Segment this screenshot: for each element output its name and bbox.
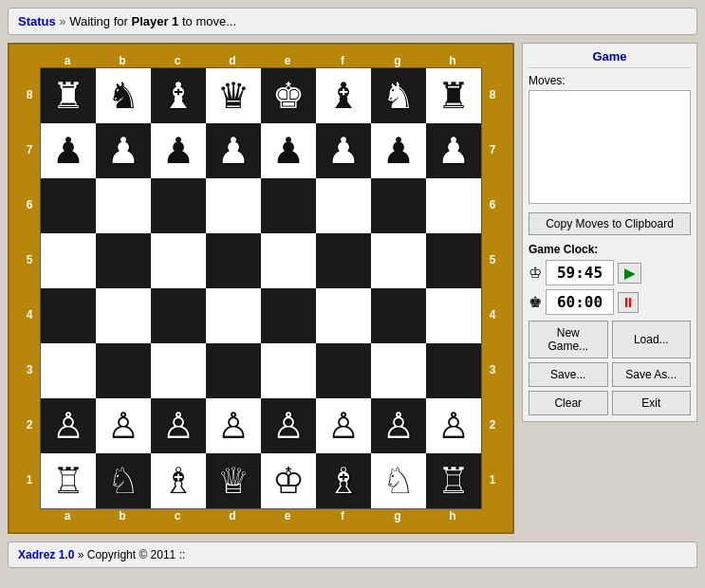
bottom-file-labels: a b c d e f g h [19,509,503,523]
rank-7-left: 7 [19,122,40,177]
cell-c7[interactable]: ♟ [151,123,206,178]
save-as-button[interactable]: Save As... [612,362,692,387]
cell-b8[interactable]: ♞ [96,68,151,123]
cell-c4[interactable] [151,288,206,343]
cell-a8[interactable]: ♜ [41,68,96,123]
cell-e1[interactable]: ♔ [261,453,316,508]
cell-h1[interactable]: ♖ [426,453,481,508]
file-label-b: b [95,54,150,67]
rank-7-right: 7 [482,122,503,177]
cell-e7[interactable]: ♟ [261,123,316,178]
cell-a6[interactable] [41,178,96,233]
cell-c8[interactable]: ♝ [151,68,206,123]
cell-e3[interactable] [261,343,316,398]
cell-e8[interactable]: ♚ [261,68,316,123]
cell-c1[interactable]: ♗ [151,453,206,508]
chess-board[interactable]: ♜ ♞ ♝ ♛ ♚ ♝ ♞ ♜ ♟ ♟ ♟ ♟ ♟ ♟ ♟ ♟ [40,67,482,509]
cell-d5[interactable] [206,233,261,288]
file-label-h-bot: h [425,509,480,523]
main-area: a b c d e f g h 8 7 6 5 4 3 2 1 [8,43,697,534]
cell-d2[interactable]: ♙ [206,398,261,453]
cell-h5[interactable] [426,233,481,288]
clock-icon-1: ♔ [529,264,542,282]
cell-c3[interactable] [151,343,206,398]
rank-6-left: 6 [19,177,40,232]
cell-f2[interactable]: ♙ [316,398,371,453]
cell-b1[interactable]: ♘ [96,453,151,508]
cell-b5[interactable] [96,233,151,288]
clock-icon-2: ♚ [529,293,542,311]
cell-g3[interactable] [371,343,426,398]
cell-b2[interactable]: ♙ [96,398,151,453]
copy-moves-button[interactable]: Copy Moves to Clipboard [529,212,691,235]
cell-h6[interactable] [426,178,481,233]
file-label-d: d [205,54,260,67]
exit-button[interactable]: Exit [612,391,692,415]
cell-b6[interactable] [96,178,151,233]
cell-h2[interactable]: ♙ [426,398,481,453]
save-button[interactable]: Save... [529,362,608,387]
cell-c5[interactable] [151,233,206,288]
cell-h3[interactable] [426,343,481,398]
cell-a3[interactable] [41,343,96,398]
cell-a2[interactable]: ♙ [41,398,96,453]
cell-b4[interactable] [96,288,151,343]
rank-3-right: 3 [482,342,503,397]
cell-d1[interactable]: ♕ [206,453,261,508]
board-with-ranks: 8 7 6 5 4 3 2 1 ♜ ♞ ♝ ♛ ♚ ♝ ♞ [19,67,503,509]
cell-f8[interactable]: ♝ [316,68,371,123]
status-separator: » [59,14,69,28]
cell-g7[interactable]: ♟ [371,123,426,178]
cell-h4[interactable] [426,288,481,343]
cell-b7[interactable]: ♟ [96,123,151,178]
status-label: Status [18,14,56,28]
cell-g2[interactable]: ♙ [371,398,426,453]
cell-f1[interactable]: ♗ [316,453,371,508]
cell-g5[interactable] [371,233,426,288]
cell-d7[interactable]: ♟ [206,123,261,178]
cell-d6[interactable] [206,178,261,233]
new-game-button[interactable]: New Game... [529,321,608,358]
clear-button[interactable]: Clear [529,391,608,415]
cell-e4[interactable] [261,288,316,343]
cell-a1[interactable]: ♖ [41,453,96,508]
file-label-e-bot: e [260,509,315,523]
moves-textarea[interactable] [529,90,691,204]
cell-a4[interactable] [41,288,96,343]
file-label-b-bot: b [95,509,150,523]
file-label-a: a [40,54,95,67]
cell-g4[interactable] [371,288,426,343]
cell-e2[interactable]: ♙ [261,398,316,453]
pause-button[interactable]: II [618,292,639,313]
cell-f4[interactable] [316,288,371,343]
cell-f6[interactable] [316,178,371,233]
cell-f7[interactable]: ♟ [316,123,371,178]
cell-e6[interactable] [261,178,316,233]
cell-g6[interactable] [371,178,426,233]
cell-g8[interactable]: ♞ [371,68,426,123]
rank-8-right: 8 [482,67,503,122]
cell-d4[interactable] [206,288,261,343]
clock-row-1: ♔ 59:45 ▶ [529,260,691,285]
cell-g1[interactable]: ♘ [371,453,426,508]
cell-f5[interactable] [316,233,371,288]
cell-d8[interactable]: ♛ [206,68,261,123]
rank-5-right: 5 [482,232,503,287]
clock-time-1: 59:45 [546,260,614,285]
cell-a7[interactable]: ♟ [41,123,96,178]
cell-d3[interactable] [206,343,261,398]
left-rank-labels: 8 7 6 5 4 3 2 1 [19,67,40,509]
cell-h7[interactable]: ♟ [426,123,481,178]
rank-1-left: 1 [19,452,40,507]
cell-f3[interactable] [316,343,371,398]
action-buttons-grid: New Game... Load... Save... Save As... C… [529,321,691,415]
cell-e5[interactable] [261,233,316,288]
rank-1-right: 1 [482,452,503,507]
cell-c2[interactable]: ♙ [151,398,206,453]
cell-h8[interactable]: ♜ [426,68,481,123]
play-button[interactable]: ▶ [618,263,641,284]
cell-b3[interactable] [96,343,151,398]
cell-a5[interactable] [41,233,96,288]
load-button[interactable]: Load... [612,321,692,358]
cell-c6[interactable] [151,178,206,233]
